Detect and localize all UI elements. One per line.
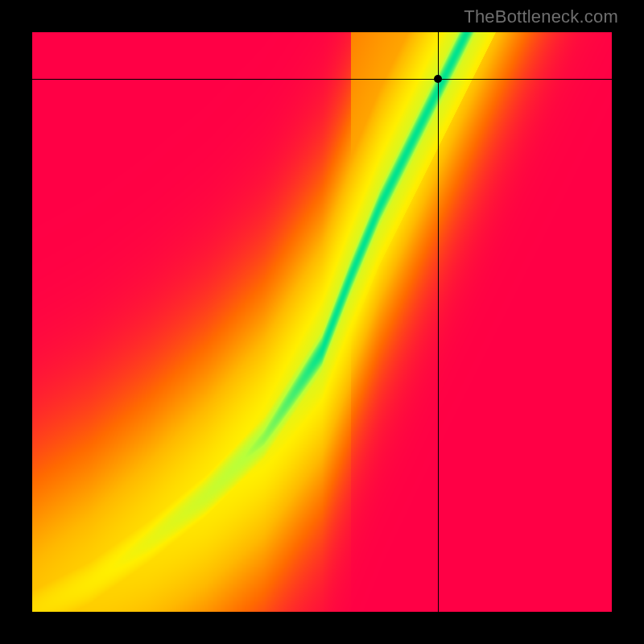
crosshair-vertical	[438, 32, 439, 612]
heatmap-canvas	[32, 32, 612, 612]
watermark-text: TheBottleneck.com	[464, 6, 618, 27]
crosshair-dot	[434, 75, 442, 83]
crosshair-horizontal	[32, 79, 612, 80]
chart-container: TheBottleneck.com	[0, 0, 644, 644]
